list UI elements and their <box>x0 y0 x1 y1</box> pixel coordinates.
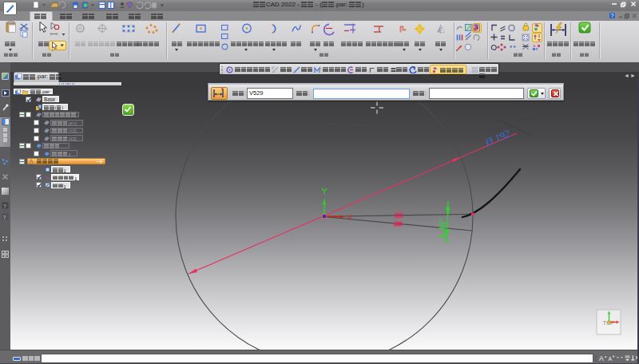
svg-text:▼: ▼ <box>612 355 615 358</box>
svg-text:?: ? <box>3 215 6 220</box>
svg-text:▲: ▲ <box>604 355 607 358</box>
svg-text:?: ? <box>3 204 6 209</box>
svg-text:6.46°: 6.46° <box>438 218 447 239</box>
svg-text:A: A <box>599 354 604 362</box>
svg-text:⌃⌃: ⌃⌃ <box>616 356 624 361</box>
svg-text:Ø 192: Ø 192 <box>482 127 512 148</box>
